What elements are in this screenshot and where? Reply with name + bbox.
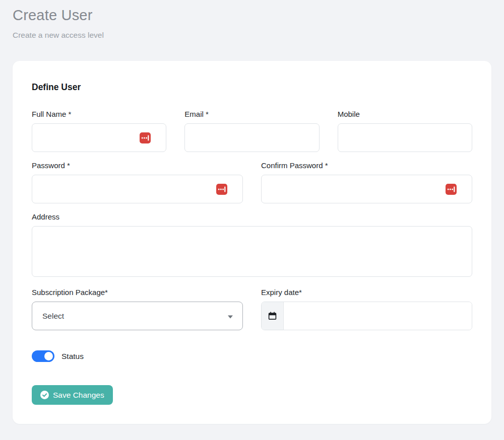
full-name-group: Full Name * <box>32 110 166 152</box>
mobile-input[interactable] <box>338 123 472 152</box>
expiry-date-input[interactable] <box>284 302 472 330</box>
status-label: Status <box>61 352 84 361</box>
status-toggle-knob <box>44 352 53 360</box>
create-user-card: Define User Full Name * Email * <box>13 61 491 424</box>
confirm-password-input[interactable] <box>261 175 472 203</box>
subscription-package-selected-value: Select <box>42 312 64 321</box>
mobile-input-wrap <box>338 123 472 152</box>
form-row-1: Full Name * Email * <box>32 110 472 152</box>
full-name-label: Full Name * <box>32 110 166 118</box>
password-manager-icon[interactable] <box>140 132 151 143</box>
calendar-icon[interactable] <box>262 302 284 330</box>
password-label: Password * <box>32 161 243 170</box>
confirm-password-input-wrap <box>261 175 472 203</box>
caret-down-icon <box>228 315 233 318</box>
confirm-password-label: Confirm Password * <box>261 161 472 170</box>
email-input-wrap <box>184 123 319 152</box>
expiry-date-group: Expiry date* <box>261 288 472 330</box>
check-circle-icon <box>40 391 49 399</box>
page-title: Create User <box>13 7 491 24</box>
password-manager-icon[interactable] <box>216 184 227 195</box>
email-input[interactable] <box>184 123 319 152</box>
status-row: Status <box>32 350 472 362</box>
section-heading: Define User <box>32 82 472 93</box>
password-input-wrap <box>32 175 243 203</box>
save-changes-label: Save Changes <box>53 391 104 400</box>
email-label: Email * <box>184 110 319 118</box>
address-textarea[interactable] <box>32 226 472 277</box>
password-group: Password * <box>32 161 243 203</box>
page-subtitle: Create a new access level <box>13 31 491 40</box>
subscription-package-group: Subscription Package* Select <box>32 288 243 330</box>
mobile-group: Mobile <box>338 110 472 152</box>
password-manager-icon[interactable] <box>446 184 457 195</box>
subscription-package-label: Subscription Package* <box>32 288 243 297</box>
expiry-date-label: Expiry date* <box>261 288 472 297</box>
form-row-3: Subscription Package* Select Expiry date… <box>32 288 472 330</box>
email-group: Email * <box>184 110 319 152</box>
confirm-password-group: Confirm Password * <box>261 161 472 203</box>
status-toggle[interactable] <box>32 350 54 362</box>
page-header: Create User Create a new access level <box>0 0 504 40</box>
address-label: Address <box>32 212 472 221</box>
full-name-input-wrap <box>32 123 166 152</box>
form-row-2: Password * Confirm Password * <box>32 161 472 203</box>
expiry-date-input-group <box>261 302 472 330</box>
subscription-package-select[interactable]: Select <box>32 302 243 330</box>
address-group: Address <box>32 212 472 279</box>
save-changes-button[interactable]: Save Changes <box>32 385 113 405</box>
mobile-label: Mobile <box>338 110 472 118</box>
password-input[interactable] <box>32 175 243 203</box>
